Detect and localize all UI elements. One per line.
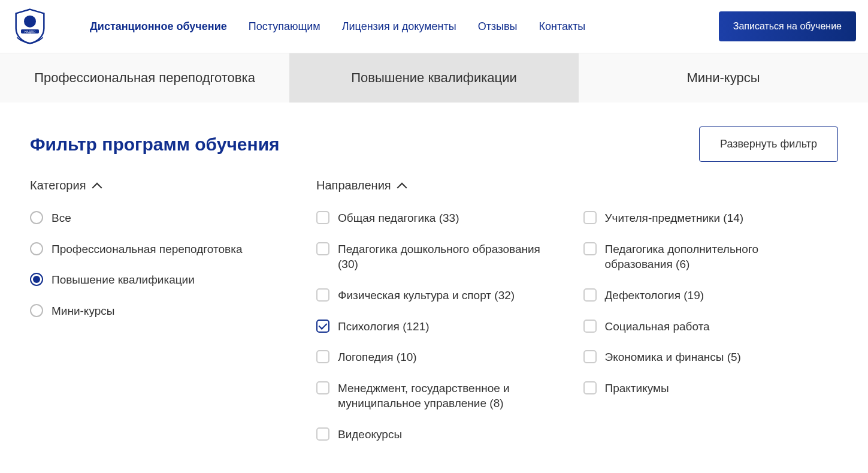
header: НАДПО Дистанционное обучение Поступающим…	[0, 0, 868, 53]
logo[interactable]: НАДПО	[12, 8, 48, 44]
direction-label: Физическая культура и спорт (32)	[338, 288, 515, 303]
direction-label: Педагогика дошкольного образования (30)	[338, 242, 542, 272]
checkbox-icon	[583, 288, 597, 302]
direction-label: Общая педагогика (33)	[338, 210, 459, 226]
direction-option[interactable]: Видеокурсы	[316, 427, 571, 442]
direction-label: Психология (121)	[338, 319, 430, 335]
radio-icon	[30, 211, 43, 224]
direction-option[interactable]: Дефектология (19)	[583, 288, 839, 303]
direction-label: Логопедия (10)	[338, 350, 417, 365]
nav-applicants[interactable]: Поступающим	[249, 20, 320, 33]
nav-distance-learning[interactable]: Дистанционное обучение	[90, 20, 227, 33]
direction-option[interactable]: Менеджмент, государственное и муниципаль…	[316, 381, 571, 411]
tab-qualification[interactable]: Повышение квалификации	[289, 53, 579, 103]
tab-mini-courses[interactable]: Мини-курсы	[579, 53, 868, 103]
direction-label: Учителя-предметники (14)	[605, 210, 744, 226]
checkbox-icon	[316, 427, 329, 441]
direction-option[interactable]: Психология (121)	[316, 319, 571, 335]
direction-label: Дефектология (19)	[605, 288, 704, 303]
expand-filter-button[interactable]: Развернуть фильтр	[699, 126, 838, 162]
checkbox-icon	[316, 288, 329, 302]
category-label: Все	[52, 210, 71, 226]
checkbox-icon	[316, 350, 329, 363]
checkbox-icon	[583, 211, 597, 224]
category-toggle[interactable]: Категория	[30, 179, 316, 192]
nav-contacts[interactable]: Контакты	[539, 20, 586, 33]
category-list: Все Профессиональная переподготовка Повы…	[30, 210, 316, 442]
checkbox-icon	[316, 381, 329, 394]
direction-option[interactable]: Социальная работа	[583, 319, 839, 335]
category-label: Повышение квалификации	[52, 272, 195, 288]
direction-label: Практикумы	[605, 381, 669, 396]
direction-option[interactable]: Общая педагогика (33)	[316, 210, 571, 226]
tab-retraining[interactable]: Профессиональная переподготовка	[0, 53, 289, 103]
category-head-label: Категория	[30, 179, 86, 192]
directions-head-label: Направления	[316, 179, 391, 192]
category-option-mini[interactable]: Мини-курсы	[30, 303, 316, 319]
nav-license[interactable]: Лицензия и документы	[342, 20, 456, 33]
checkbox-icon	[583, 350, 597, 363]
direction-option[interactable]: Физическая культура и спорт (32)	[316, 288, 571, 303]
checkbox-icon	[316, 242, 329, 255]
category-option-qualification[interactable]: Повышение квалификации	[30, 272, 316, 288]
checkbox-icon	[583, 320, 597, 333]
checkbox-icon	[583, 381, 597, 394]
svg-point-0	[24, 16, 36, 28]
program-tabs: Профессиональная переподготовка Повышени…	[0, 53, 868, 103]
radio-icon	[30, 304, 43, 317]
direction-option[interactable]: Логопедия (10)	[316, 350, 571, 365]
direction-option[interactable]: Педагогика дошкольного образования (30)	[316, 242, 571, 272]
chevron-up-icon	[397, 182, 407, 192]
main-nav: Дистанционное обучение Поступающим Лицен…	[90, 20, 719, 33]
radio-icon	[30, 242, 43, 255]
radio-icon	[30, 273, 43, 286]
checkbox-icon	[316, 320, 329, 333]
directions-toggle[interactable]: Направления	[316, 179, 406, 192]
nav-reviews[interactable]: Отзывы	[478, 20, 518, 33]
direction-option[interactable]: Практикумы	[583, 381, 839, 396]
direction-option[interactable]: Экономика и финансы (5)	[583, 350, 839, 365]
category-label: Мини-курсы	[52, 303, 114, 319]
svg-text:НАДПО: НАДПО	[25, 30, 35, 34]
direction-label: Педагогика дополнительного образования (…	[605, 242, 809, 272]
category-option-all[interactable]: Все	[30, 210, 316, 226]
direction-label: Экономика и финансы (5)	[605, 350, 741, 365]
direction-label: Социальная работа	[605, 319, 710, 335]
filter-title: Фильтр программ обучения	[30, 134, 280, 155]
direction-label: Видеокурсы	[338, 427, 402, 442]
direction-option[interactable]: Учителя-предметники (14)	[583, 210, 839, 226]
directions-list: Общая педагогика (33) Учителя-предметник…	[316, 210, 838, 442]
checkbox-icon	[583, 242, 597, 255]
chevron-up-icon	[92, 182, 102, 192]
filter-panel: Фильтр программ обучения Развернуть филь…	[0, 103, 868, 454]
category-label: Профессиональная переподготовка	[52, 242, 242, 257]
category-option-retraining[interactable]: Профессиональная переподготовка	[30, 242, 316, 257]
checkbox-icon	[316, 211, 329, 224]
direction-option[interactable]: Педагогика дополнительного образования (…	[583, 242, 839, 272]
enroll-button[interactable]: Записаться на обучение	[719, 11, 856, 41]
direction-label: Менеджмент, государственное и муниципаль…	[338, 381, 542, 411]
